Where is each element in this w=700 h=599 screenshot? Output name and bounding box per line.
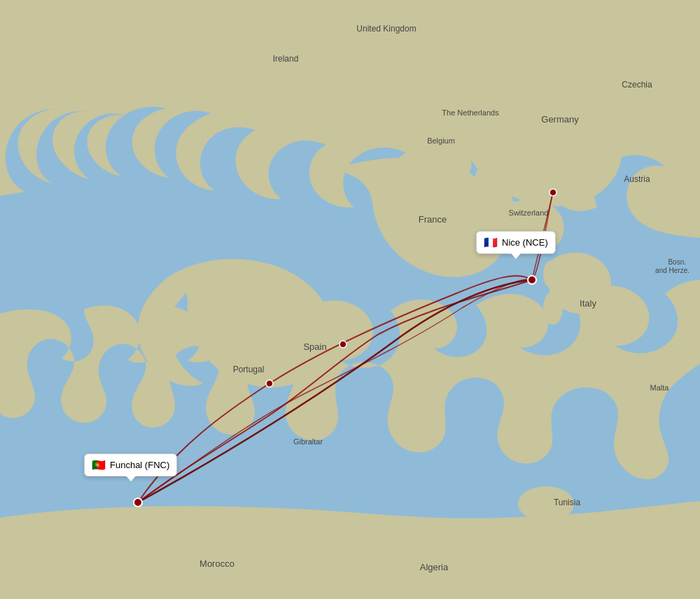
map-container: United Kingdom Ireland The Netherlands B… [0, 0, 700, 599]
map-svg: United Kingdom Ireland The Netherlands B… [0, 0, 700, 599]
svg-text:Gibraltar: Gibraltar [293, 437, 323, 446]
svg-text:Portugal: Portugal [233, 365, 265, 374]
svg-point-30 [550, 189, 556, 196]
svg-text:Algeria: Algeria [420, 562, 449, 572]
svg-text:Ireland: Ireland [273, 54, 299, 64]
svg-point-28 [266, 380, 273, 387]
svg-point-32 [528, 276, 536, 284]
svg-text:Morocco: Morocco [200, 558, 234, 569]
svg-text:Bosn.: Bosn. [668, 258, 686, 266]
svg-text:Tunisia: Tunisia [554, 498, 581, 507]
svg-text:Spain: Spain [303, 341, 326, 352]
svg-text:United Kingdom: United Kingdom [356, 24, 416, 34]
svg-point-8 [543, 291, 563, 325]
svg-text:Malta: Malta [650, 383, 670, 392]
svg-point-31 [134, 498, 142, 507]
svg-point-4 [581, 336, 602, 357]
svg-text:Switzerland: Switzerland [509, 209, 549, 217]
svg-text:Belgium: Belgium [427, 136, 455, 145]
svg-text:and Herze.: and Herze. [655, 267, 690, 274]
svg-point-5 [626, 377, 634, 386]
svg-text:France: France [419, 214, 447, 225]
svg-text:Germany: Germany [541, 114, 579, 125]
svg-text:Czechia: Czechia [622, 80, 652, 90]
svg-text:The Netherlands: The Netherlands [442, 108, 499, 117]
svg-point-7 [543, 260, 560, 288]
svg-point-29 [340, 341, 346, 348]
svg-text:Italy: Italy [580, 298, 596, 309]
svg-text:Austria: Austria [624, 174, 650, 184]
